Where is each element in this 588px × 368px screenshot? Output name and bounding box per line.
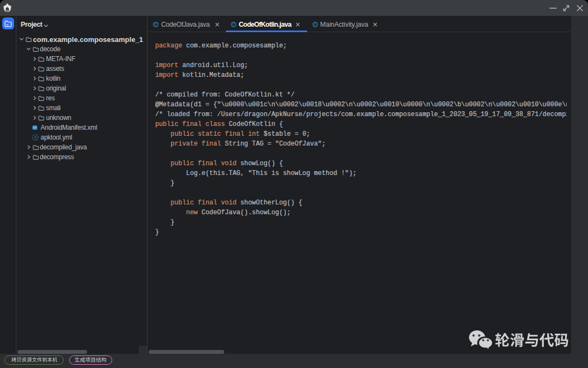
svg-text:?: ? [34,135,37,140]
svg-text:C: C [155,22,157,26]
svg-text:C: C [232,22,235,26]
svg-text:C: C [314,22,316,26]
